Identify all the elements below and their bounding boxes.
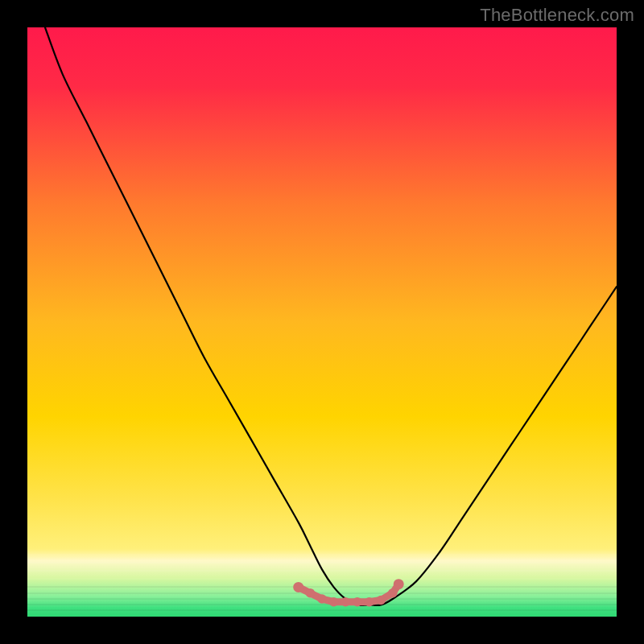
marker-dot — [394, 579, 404, 589]
marker-dot — [365, 597, 374, 607]
marker-dot — [388, 588, 398, 598]
gradient-background — [27, 27, 617, 617]
watermark-text: TheBottleneck.com — [480, 5, 634, 26]
marker-dot — [306, 588, 316, 598]
bottleneck-chart — [27, 27, 617, 617]
marker-dot — [329, 597, 339, 607]
plot-area — [27, 27, 617, 617]
marker-dot — [317, 594, 327, 604]
marker-dot — [376, 596, 386, 605]
marker-dot — [341, 597, 351, 607]
chart-frame: TheBottleneck.com — [0, 0, 644, 644]
marker-dot — [293, 582, 303, 592]
marker-dot — [353, 597, 362, 607]
